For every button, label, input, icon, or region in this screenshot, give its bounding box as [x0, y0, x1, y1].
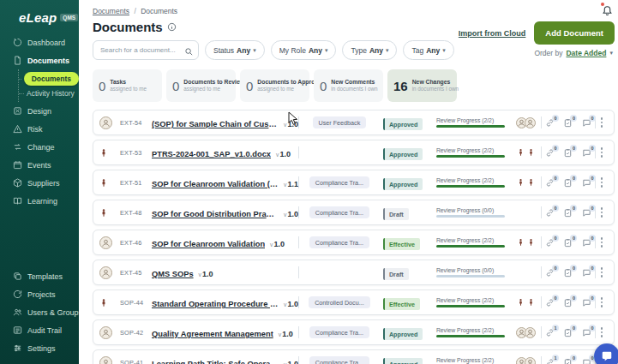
comments-icon[interactable]: 0 [582, 238, 591, 248]
links-icon[interactable]: 0 [545, 148, 555, 158]
row-menu-button[interactable] [596, 147, 608, 158]
sidebar-item-templates[interactable]: Templates [0, 267, 79, 285]
doc-title-link[interactable]: Quality Agreement Management [152, 330, 273, 338]
search-input[interactable] [93, 40, 199, 60]
sidebar-item-label: Settings [27, 344, 56, 353]
stat-card-documents-to-approve[interactable]: 0Documents to Approveassigned to me [240, 69, 309, 102]
links-count-badge: 0 [552, 295, 559, 301]
sidebar-item-events[interactable]: Events [0, 156, 79, 174]
links-icon[interactable]: 0 [545, 178, 555, 188]
row-menu-button[interactable] [596, 237, 608, 248]
tasks-icon[interactable]: 0 [563, 178, 573, 188]
table-row: EXT-45QMS SOPsv1.0DraftReview Progress (… [93, 260, 615, 285]
doc-tag[interactable]: Compliance Tra... [309, 356, 369, 364]
doc-title-link[interactable]: PTRS-2024-001_SAP_v1.0.docx [152, 150, 271, 158]
info-icon[interactable] [167, 22, 177, 32]
stat-card-tasks[interactable]: 0Tasksassigned to me [93, 69, 162, 102]
row-menu-button[interactable] [596, 297, 608, 307]
sidebar-subitem-activity-history[interactable]: Activity History [19, 87, 79, 99]
links-icon[interactable]: 0 [545, 118, 555, 128]
links-icon[interactable]: 1 [545, 328, 555, 337]
sidebar-item-change[interactable]: Change [0, 138, 79, 156]
filter-pill-status[interactable]: StatusAny▾ [205, 40, 265, 60]
notifications-bell-icon[interactable] [602, 3, 613, 19]
doc-title-link[interactable]: SOP for Cleanroom Validation (Rev. 2026-… [152, 180, 279, 188]
breadcrumb: Documents / Documents [93, 7, 615, 15]
order-by-value[interactable]: Date Added [566, 49, 606, 57]
row-menu-button[interactable] [596, 177, 608, 188]
version-number: 1.0 [287, 120, 298, 128]
doc-title-link[interactable]: SOP for Good Distribution Practices (GDP… [152, 210, 279, 218]
sidebar-item-risk[interactable]: Risk [0, 120, 79, 138]
doc-tag[interactable]: Compliance Tra... [309, 206, 369, 218]
links-count-badge: 0 [552, 205, 559, 212]
stat-label: Documents to Approve [257, 79, 321, 86]
row-menu-button[interactable] [596, 267, 608, 277]
filter-pill-my-role[interactable]: My RoleAny▾ [271, 40, 337, 60]
tasks-icon[interactable]: 0 [563, 328, 573, 337]
doc-title-link[interactable]: SOP for Cleanroom Validation [152, 240, 265, 248]
doc-tag[interactable]: Compliance Tra... [309, 176, 369, 188]
links-icon[interactable]: 0 [545, 268, 555, 277]
doc-title-link[interactable]: Learning Path Title: Safe Operation of M… [152, 360, 279, 364]
row-menu-button[interactable] [596, 327, 608, 337]
filter-pill-tag[interactable]: TagAny▾ [403, 40, 453, 60]
sidebar-item-suppliers[interactable]: Suppliers [0, 174, 79, 192]
sidebar-item-projects[interactable]: Projects [0, 285, 79, 303]
links-icon[interactable]: 1 [545, 358, 555, 364]
comments-icon[interactable]: 0 [582, 148, 591, 158]
sidebar-item-dashboard[interactable]: Dashboard [0, 33, 79, 51]
doc-tag[interactable]: Compliance Tra... [309, 326, 369, 338]
filter-pill-type[interactable]: TypeAny▾ [342, 40, 397, 60]
sidebar-item-users-groups[interactable]: Users & Groups [0, 303, 79, 321]
breadcrumb-documents-link[interactable]: Documents [93, 7, 129, 15]
stat-card-new-changes[interactable]: 16New Changesin documents I own [387, 69, 457, 102]
row-menu-button[interactable] [596, 207, 608, 218]
links-icon[interactable]: 0 [545, 208, 555, 218]
chat-widget[interactable] [594, 343, 618, 364]
tasks-icon[interactable]: 0 [563, 148, 573, 158]
links-icon[interactable]: 0 [545, 238, 555, 248]
stat-card-documents-to-review[interactable]: 0Documents to Reviewassigned to me [166, 69, 236, 102]
tasks-icon[interactable]: 0 [563, 238, 573, 248]
comments-icon[interactable]: 0 [582, 358, 591, 364]
doc-tag[interactable]: Controlled Docu... [309, 296, 370, 308]
sidebar-subitem-documents[interactable]: Documents [19, 70, 79, 87]
sidebar-item-settings[interactable]: Settings [0, 339, 79, 357]
tasks-icon[interactable]: 0 [563, 358, 573, 364]
sidebar-item-learning[interactable]: Learning [0, 192, 79, 210]
comments-icon[interactable]: 0 [582, 178, 591, 188]
filter-pills: StatusAny▾My RoleAny▾TypeAny▾TagAny▾ [205, 40, 454, 60]
search-icon[interactable] [184, 45, 194, 60]
links-icon[interactable]: 0 [545, 298, 555, 307]
row-menu-button[interactable] [596, 117, 608, 128]
filter-pill-value: Any [309, 46, 322, 55]
sidebar-item-label: Users & Groups [27, 308, 82, 317]
sidebar-item-design[interactable]: Design [0, 102, 79, 120]
tasks-icon[interactable]: 0 [563, 298, 573, 307]
sidebar-item-documents[interactable]: Documents [0, 51, 79, 69]
tasks-icon[interactable]: 0 [563, 208, 573, 218]
comments-icon[interactable]: 0 [582, 298, 591, 307]
tasks-icon[interactable]: 0 [563, 118, 573, 128]
comments-icon[interactable]: 0 [582, 268, 591, 277]
stat-card-new-comments[interactable]: 0New Commentsin documents I own [314, 69, 383, 102]
logo[interactable]: eLeap QMS [0, 9, 79, 33]
tasks-icon[interactable]: 0 [563, 268, 573, 277]
doc-tag[interactable]: User Feedback [313, 116, 367, 128]
add-document-button[interactable]: Add Document [534, 21, 615, 45]
stat-sublabel: in documents I own [412, 86, 459, 92]
doc-title-link[interactable]: QMS SOPs [152, 270, 194, 278]
comments-icon[interactable]: 0 [582, 118, 591, 128]
status-badge: Approved [383, 328, 423, 340]
import-from-cloud-link[interactable]: Import from Cloud [459, 29, 526, 38]
doc-tag[interactable]: Compliance Tra... [309, 236, 369, 248]
sidebar-item-audit-trail[interactable]: Audit Trail [0, 321, 79, 339]
comments-icon[interactable]: 0 [582, 328, 591, 337]
kebab-icon [601, 327, 603, 337]
doc-title-link[interactable]: Standard Operating Procedure (SOP) for C… [152, 300, 279, 308]
doc-title-link[interactable]: (SOP) for Sample Chain of Custody Docum.… [152, 120, 279, 128]
comments-icon[interactable]: 0 [582, 208, 591, 218]
version-prefix: v [284, 212, 286, 218]
filter-pill-label: Type [351, 46, 366, 55]
